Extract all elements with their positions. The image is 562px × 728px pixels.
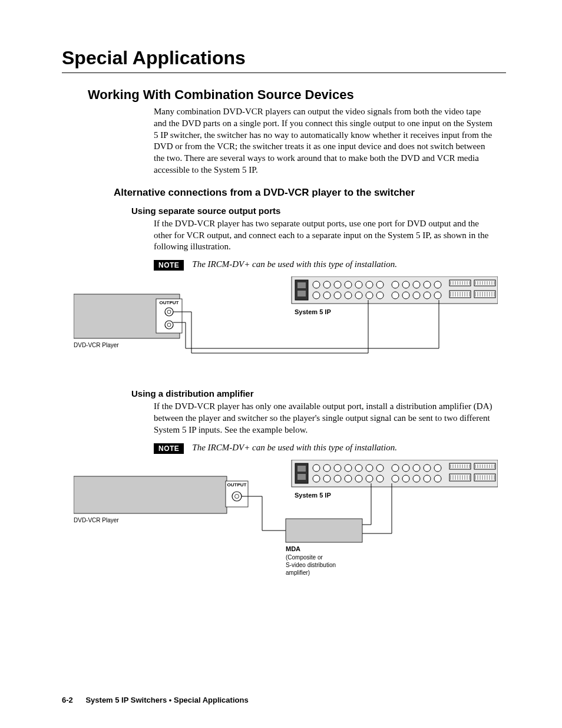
svg-point-5 xyxy=(167,323,171,327)
fig2-mda-desc1: (Composite or xyxy=(286,554,323,561)
svg-point-93 xyxy=(434,465,441,472)
svg-point-98 xyxy=(355,475,362,482)
title-rule xyxy=(62,73,506,73)
svg-point-32 xyxy=(424,292,431,299)
svg-point-28 xyxy=(376,292,384,299)
section-heading: Working With Combination Source Devices xyxy=(88,87,506,103)
svg-rect-146 xyxy=(286,519,362,542)
svg-point-19 xyxy=(413,281,420,288)
svg-rect-80 xyxy=(297,466,306,472)
svg-point-17 xyxy=(392,281,399,288)
svg-point-103 xyxy=(413,475,420,482)
svg-rect-8 xyxy=(297,282,306,288)
svg-point-11 xyxy=(323,281,330,288)
svg-point-92 xyxy=(424,465,431,472)
fig1-output-label: OUTPUT xyxy=(160,300,179,305)
svg-point-29 xyxy=(392,292,399,299)
svg-point-23 xyxy=(323,292,330,299)
fig2-mda-desc3: amplifier) xyxy=(286,569,310,576)
svg-point-33 xyxy=(434,292,441,299)
svg-point-30 xyxy=(402,292,409,299)
figure-2-svg: OUTPUT DVD-VCR Player xyxy=(74,460,498,589)
svg-point-99 xyxy=(366,475,373,482)
svg-point-13 xyxy=(345,281,352,288)
svg-point-21 xyxy=(434,281,441,288)
svg-point-26 xyxy=(355,292,362,299)
note-badge: NOTE xyxy=(154,443,184,454)
svg-point-100 xyxy=(376,475,384,482)
subsub2-para1: If the DVD-VCR player has only one avail… xyxy=(154,401,495,436)
svg-point-91 xyxy=(413,465,420,472)
svg-rect-81 xyxy=(297,474,306,480)
svg-point-94 xyxy=(313,475,320,482)
page: Special Applications Working With Combin… xyxy=(0,0,562,728)
fig2-dvd-label: DVD-VCR Player xyxy=(74,517,119,523)
subsub2-heading: Using a distribution amplifier xyxy=(131,388,506,398)
svg-point-14 xyxy=(355,281,362,288)
svg-point-15 xyxy=(366,281,373,288)
note-text: The IRCM-DV+ can be used with this type … xyxy=(192,259,397,271)
svg-point-82 xyxy=(313,465,320,472)
figure-1-svg: OUTPUT DVD-VCR Player xyxy=(74,276,498,365)
svg-point-18 xyxy=(402,281,409,288)
section1-para1: Many combination DVD-VCR players can out… xyxy=(154,106,495,176)
svg-point-105 xyxy=(434,475,441,482)
svg-point-20 xyxy=(424,281,431,288)
page-footer: 6-2 System 5 IP Switchers • Special Appl… xyxy=(62,696,249,704)
fig2-system-label: System 5 IP xyxy=(295,492,331,499)
note-row-2: NOTE The IRCM-DV+ can be used with this … xyxy=(154,442,506,454)
svg-point-85 xyxy=(345,465,352,472)
fig2-output-label: OUTPUT xyxy=(227,482,247,487)
svg-point-3 xyxy=(167,310,171,314)
svg-point-87 xyxy=(366,465,373,472)
svg-point-88 xyxy=(376,465,384,472)
svg-point-10 xyxy=(313,281,320,288)
footer-title: System 5 IP Switchers • Special Applicat… xyxy=(85,696,248,704)
svg-point-101 xyxy=(392,475,399,482)
svg-point-31 xyxy=(413,292,420,299)
fig2-mda-desc2: S-video distribution xyxy=(286,562,336,568)
svg-point-95 xyxy=(323,475,330,482)
note-badge: NOTE xyxy=(154,260,184,271)
fig1-system-label: System 5 IP xyxy=(295,308,331,315)
page-number: 6-2 xyxy=(62,696,73,704)
subsub1-heading: Using separate source output ports xyxy=(131,206,506,216)
note-row-1: NOTE The IRCM-DV+ can be used with this … xyxy=(154,259,506,271)
svg-point-86 xyxy=(355,465,362,472)
fig1-dvd-label: DVD-VCR Player xyxy=(74,342,119,348)
figure-1: OUTPUT DVD-VCR Player xyxy=(74,276,506,367)
svg-point-12 xyxy=(334,281,341,288)
note-text: The IRCM-DV+ can be used with this type … xyxy=(192,442,397,454)
svg-point-27 xyxy=(366,292,373,299)
svg-point-84 xyxy=(334,465,341,472)
svg-rect-9 xyxy=(297,291,306,297)
svg-point-104 xyxy=(424,475,431,482)
svg-point-90 xyxy=(402,465,409,472)
svg-point-83 xyxy=(323,465,330,472)
subsub1-para1: If the DVD-VCR player has two separate o… xyxy=(154,218,495,253)
fig2-mda-label: MDA xyxy=(286,545,300,552)
svg-point-97 xyxy=(345,475,352,482)
subsection-heading: Alternative connections from a DVD-VCR p… xyxy=(114,187,506,199)
svg-point-102 xyxy=(402,475,409,482)
svg-point-22 xyxy=(313,292,320,299)
chapter-title: Special Applications xyxy=(62,47,506,69)
svg-point-96 xyxy=(334,475,341,482)
svg-point-77 xyxy=(235,494,239,498)
figure-2: OUTPUT DVD-VCR Player xyxy=(74,460,506,592)
svg-point-89 xyxy=(392,465,399,472)
svg-point-16 xyxy=(376,281,384,288)
svg-point-24 xyxy=(334,292,341,299)
svg-rect-74 xyxy=(74,476,227,513)
svg-point-25 xyxy=(345,292,352,299)
